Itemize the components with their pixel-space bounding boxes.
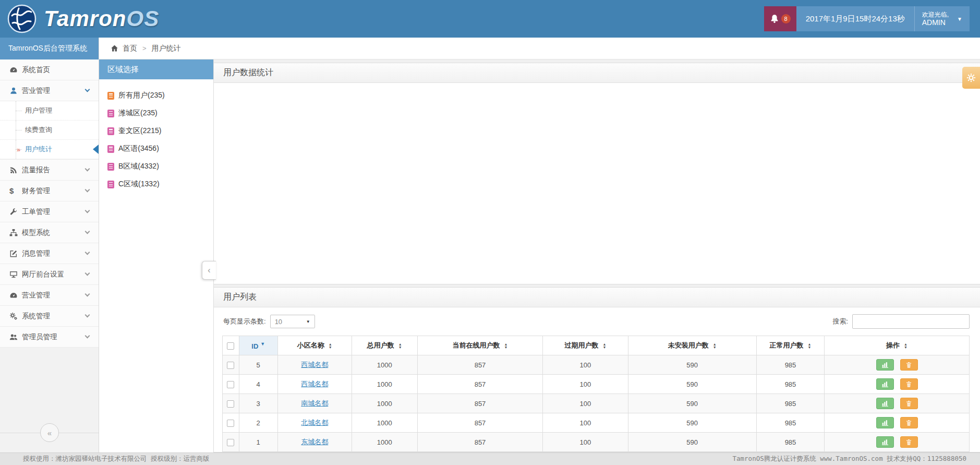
column-header-actions[interactable]: 操作▲▼ (825, 336, 970, 355)
region-panel-title: 区域选择 (99, 59, 213, 79)
list-icon (107, 163, 114, 171)
sidebar: TamronOS后台管理系统 系统首页 营业管理 (0, 38, 99, 452)
brand-name: TamronOS (44, 6, 159, 31)
region-item-b[interactable]: B区域(4332) (107, 158, 213, 175)
sidebar-collapse-button[interactable]: « (40, 423, 59, 442)
notification-button[interactable]: 8 (764, 6, 796, 31)
app-window: TamronOS 8 2017年1月9日15时24分13秒 欢迎光临, ADMI… (0, 0, 980, 465)
column-header-total[interactable]: 总用户数▲▼ (352, 336, 417, 355)
chevron-down-icon (85, 87, 90, 92)
breadcrumb-home-link[interactable]: 首页 (123, 44, 137, 53)
column-header-uninstalled[interactable]: 未安装用户数▲▼ (628, 336, 756, 355)
breadcrumb: 首页 > 用户统计 (99, 38, 980, 59)
list-icon (107, 145, 114, 153)
chart-button[interactable] (876, 417, 894, 428)
chevron-down-icon (85, 208, 90, 213)
table-row: 3 南城名都 1000 857 100 590 985 (223, 394, 970, 413)
delete-button[interactable] (900, 359, 918, 371)
brand-logo: TamronOS (0, 4, 159, 33)
user-stats-panel: 用户数据统计 (214, 63, 980, 284)
sort-icon: ▲▼ (713, 343, 717, 349)
sidebar-title: TamronOS后台管理系统 (0, 38, 99, 59)
sidebar-item-portal-settings[interactable]: 网厅前台设置 (0, 264, 99, 285)
list-icon (107, 92, 114, 100)
sort-icon: ▲▼ (398, 343, 402, 349)
chevron-down-icon (85, 229, 90, 234)
column-header-online[interactable]: 当前在线用户数▲▼ (417, 336, 543, 355)
delete-button[interactable] (900, 378, 918, 390)
community-name-link[interactable]: 北城名都 (301, 419, 328, 426)
row-checkbox[interactable] (227, 362, 234, 369)
sidebar-subitem-user-stats[interactable]: » 用户统计 (0, 140, 99, 159)
sidebar-item-traffic-report[interactable]: 流量报告 (0, 160, 99, 181)
bell-icon (770, 14, 779, 23)
region-item-a[interactable]: A区语(3456) (107, 140, 213, 158)
user-menu[interactable]: 欢迎光临, ADMIN ▼ (915, 6, 970, 31)
double-chevron-left-icon: « (47, 428, 52, 437)
chevron-down-icon (85, 187, 90, 193)
datetime-display: 2017年1月9日15时24分13秒 (796, 6, 915, 31)
dollar-icon: $ (9, 186, 22, 195)
search-label: 搜索: (832, 317, 848, 326)
region-item-weicheng[interactable]: 潍城区(235) (107, 104, 213, 122)
chevron-down-icon (85, 271, 90, 276)
community-name-link[interactable]: 西城名都 (301, 380, 328, 388)
community-name-link[interactable]: 西城名都 (301, 361, 328, 368)
select-all-header (223, 336, 239, 355)
sidebar-item-system-mgmt[interactable]: 系统管理 (0, 306, 99, 327)
row-checkbox[interactable] (227, 439, 234, 446)
chart-button[interactable] (876, 359, 894, 371)
region-item-c[interactable]: C区域(1332) (107, 175, 213, 193)
region-item-all-users[interactable]: 所有用户(235) (107, 87, 213, 104)
notification-count-badge: 8 (781, 14, 791, 23)
delete-button[interactable] (900, 398, 918, 409)
chevron-left-icon: ‹ (208, 266, 210, 275)
sidebar-item-system-home[interactable]: 系统首页 (0, 59, 99, 80)
breadcrumb-current: 用户统计 (152, 44, 181, 53)
chart-button[interactable] (876, 398, 894, 409)
delete-button[interactable] (900, 436, 918, 448)
column-header-name[interactable]: 小区名称▲▼ (277, 336, 352, 355)
sidebar-item-finance-mgmt[interactable]: $ 财务管理 (0, 181, 99, 201)
wrench-icon (9, 208, 22, 216)
row-checkbox[interactable] (227, 420, 234, 427)
column-header-id[interactable]: ID▼ (239, 336, 277, 355)
sidebar-item-business-mgmt[interactable]: 营业管理 (0, 80, 99, 101)
sitemap-icon (9, 229, 22, 237)
chart-button[interactable] (876, 436, 894, 448)
sidebar-subitem-user-mgmt[interactable]: 用户管理 (0, 101, 99, 121)
sidebar-subitem-renewal-query[interactable]: 续费查询 (0, 121, 99, 140)
sidebar-item-admin-mgmt[interactable]: 管理员管理 (0, 327, 99, 348)
sort-icon: ▲▼ (808, 343, 812, 349)
footer-license-text: 授权使用：潍坊家园驿站电子技术有限公司 授权级别：运营商版 (23, 455, 210, 463)
table-header-row: ID▼ 小区名称▲▼ 总用户数▲▼ 当前在线用户数▲▼ 过期用户数▲▼ 未安装用… (223, 336, 970, 355)
home-icon (111, 44, 118, 52)
sort-icon: ▲▼ (602, 343, 606, 349)
panel-collapse-handle[interactable]: ‹ (202, 261, 216, 280)
search-input[interactable] (852, 314, 970, 329)
community-name-link[interactable]: 东城名都 (301, 438, 328, 446)
community-name-link[interactable]: 南城名都 (301, 399, 328, 407)
select-all-checkbox[interactable] (227, 342, 234, 350)
sidebar-item-message-mgmt[interactable]: 消息管理 (0, 243, 99, 264)
active-marker-icon: » (17, 146, 20, 153)
region-item-kuiwen[interactable]: 奎文区(2215) (107, 122, 213, 140)
page-size-select[interactable]: 10 ▼ (270, 315, 315, 328)
sidebar-item-business-mgmt-2[interactable]: 营业管理 (0, 285, 99, 306)
row-checkbox[interactable] (227, 381, 234, 388)
delete-button[interactable] (900, 417, 918, 428)
stats-chart-area (214, 83, 980, 284)
column-header-expired[interactable]: 过期用户数▲▼ (543, 336, 628, 355)
chevron-down-icon (85, 250, 90, 255)
sidebar-item-model-system[interactable]: 模型系统 (0, 222, 99, 243)
chart-button[interactable] (876, 378, 894, 390)
sort-caret-icon: ▼ (260, 341, 265, 347)
chevron-down-icon (85, 333, 90, 339)
column-header-normal[interactable]: 正常用户数▲▼ (756, 336, 824, 355)
sort-icon: ▲▼ (504, 343, 508, 349)
row-checkbox[interactable] (227, 400, 234, 408)
gear-icon (966, 73, 976, 82)
settings-fab-button[interactable] (962, 67, 980, 89)
sidebar-item-workorder-mgmt[interactable]: 工单管理 (0, 201, 99, 222)
chevron-down-icon: ▼ (957, 16, 962, 22)
